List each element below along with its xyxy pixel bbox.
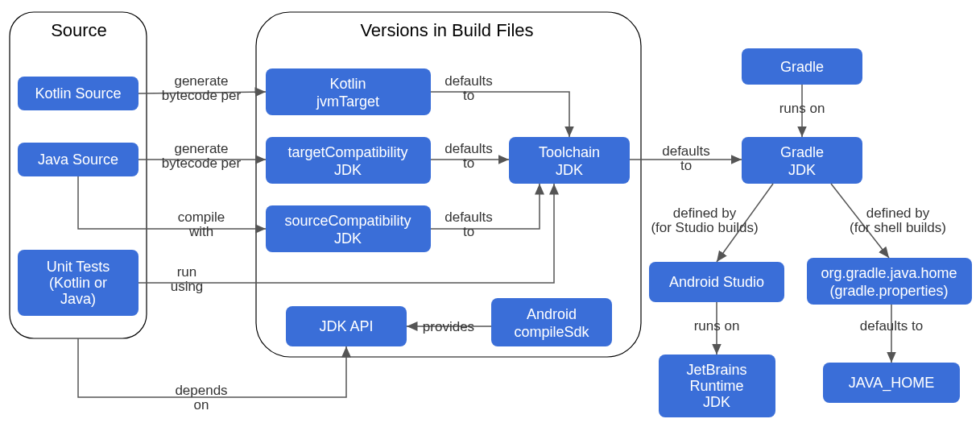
edge-defaults4-1: defaults <box>662 143 710 159</box>
label-java-home: JAVA_HOME <box>849 375 934 392</box>
label-source-compat-2: JDK <box>334 230 362 247</box>
label-target-compat-2: JDK <box>334 162 362 178</box>
label-orggradle-2: (gradle.properties) <box>829 283 948 299</box>
edge-defined-shell-2: (for shell builds) <box>850 220 946 235</box>
arrow-jvmtarget-to-toolchain <box>431 92 569 137</box>
group-versions-title: Versions in Build Files <box>360 20 533 40</box>
diagram-canvas: Source Kotlin Source Java Source Unit Te… <box>0 0 980 423</box>
edge-runson1: runs on <box>779 101 825 116</box>
arrow-java-to-sourcecompat <box>78 176 266 229</box>
edge-defaults3-2: to <box>463 224 474 239</box>
label-compile-sdk-2: compileSdk <box>514 324 589 340</box>
label-jdk-api: JDK API <box>319 318 373 334</box>
edge-provides: provides <box>423 319 474 334</box>
edge-defaults3-1: defaults <box>445 209 493 225</box>
label-source-compat-1: sourceCompatibility <box>284 213 411 229</box>
label-toolchain-1: Toolchain <box>539 144 600 160</box>
label-jetbrains-3: JDK <box>703 394 730 410</box>
label-gradle-jdk-1: Gradle <box>780 144 824 160</box>
label-kotlin-jvmtarget-2: jvmTarget <box>316 93 379 110</box>
edge-compile-with-1: compile <box>178 209 225 225</box>
label-kotlin-source: Kotlin Source <box>35 85 121 102</box>
edge-compile-with-2: with <box>188 224 213 239</box>
label-unit-tests-3: Java) <box>60 291 96 307</box>
group-source-title: Source <box>51 20 107 40</box>
edge-gen-bytecode1-2: bytecode per <box>162 88 242 103</box>
edge-depends-1: depends <box>175 383 227 398</box>
edge-runson2: runs on <box>694 318 740 334</box>
label-target-compat-1: targetCompatibility <box>287 144 407 160</box>
edge-defaults4-2: to <box>680 158 692 173</box>
edge-gen-bytecode1-1: generate <box>174 73 228 89</box>
edge-run-using-1: run <box>177 264 197 280</box>
edge-depends-2: on <box>194 397 209 413</box>
edge-gen-bytecode2-2: bytecode per <box>162 156 242 171</box>
label-unit-tests-2: (Kotlin or <box>49 275 107 291</box>
edge-defaults2-2: to <box>463 156 474 171</box>
edge-gen-bytecode2-1: generate <box>174 141 228 156</box>
label-jetbrains-2: Runtime <box>689 378 743 394</box>
label-java-source: Java Source <box>38 151 118 168</box>
label-gradle-jdk-2: JDK <box>788 162 816 178</box>
label-compile-sdk-1: Android <box>527 306 577 322</box>
edge-defined-shell-1: defined by <box>866 205 930 221</box>
edge-defaults1-2: to <box>463 88 474 103</box>
edge-defaults5: defaults to <box>860 318 923 334</box>
edge-defined-studio-1: defined by <box>673 205 737 221</box>
edge-defaults2-1: defaults <box>445 141 493 156</box>
label-orggradle-1: org.gradle.java.home <box>821 265 957 281</box>
edge-defaults1-1: defaults <box>445 73 493 89</box>
label-kotlin-jvmtarget-1: Kotlin <box>329 76 366 92</box>
label-jetbrains-1: JetBrains <box>686 362 746 378</box>
label-android-studio: Android Studio <box>669 274 764 290</box>
label-gradle: Gradle <box>780 59 824 75</box>
label-unit-tests-1: Unit Tests <box>47 259 110 275</box>
edge-run-using-2: using <box>171 279 204 294</box>
edge-defined-studio-2: (for Studio builds) <box>651 220 758 235</box>
label-toolchain-2: JDK <box>556 162 583 178</box>
